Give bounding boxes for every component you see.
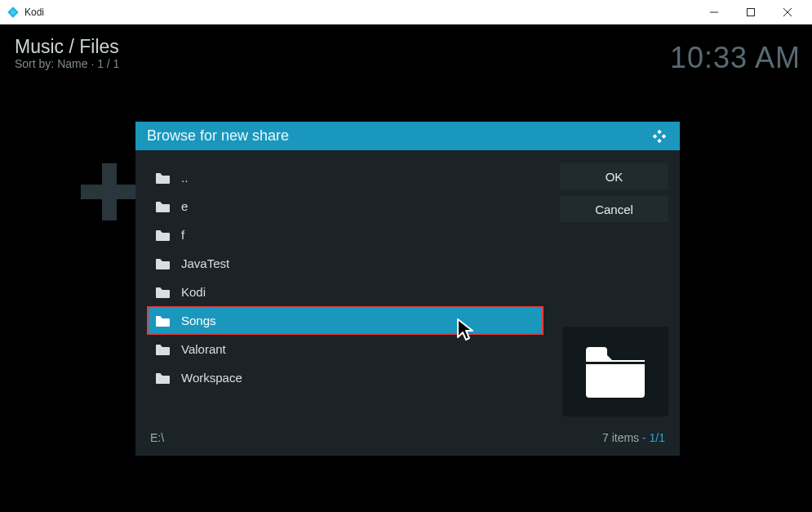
file-item[interactable]: JavaTest: [147, 249, 544, 278]
sort-line: Sort by: Name · 1 / 1: [15, 57, 119, 70]
folder-icon: [155, 344, 170, 355]
folder-icon: [155, 287, 170, 298]
folder-icon: [155, 372, 170, 384]
file-item-label: JavaTest: [181, 256, 229, 270]
file-item-label: Workspace: [181, 371, 242, 385]
folder-icon: [155, 315, 170, 327]
footer-separator: -: [639, 431, 649, 444]
svg-rect-0: [747, 8, 754, 16]
file-item[interactable]: Kodi: [147, 278, 544, 306]
file-item-label: ..: [181, 171, 188, 185]
file-item[interactable]: ..: [147, 163, 544, 192]
kodi-logo-icon: [650, 127, 668, 145]
footer-page: 1/1: [650, 431, 665, 444]
svg-rect-1: [586, 362, 645, 364]
window-titlebar: Kodi: [0, 0, 812, 24]
preview-panel: [562, 327, 668, 416]
folder-icon: [155, 201, 170, 212]
sort-separator: ·: [91, 57, 94, 70]
sort-label[interactable]: Sort by: Name: [15, 57, 87, 70]
dialog-footer: E:\ 7 items - 1/1: [135, 425, 680, 456]
window-title: Kodi: [24, 7, 44, 18]
page-indicator: 1 / 1: [97, 57, 119, 70]
dialog-header: Browse for new share: [135, 122, 680, 150]
add-source-icon[interactable]: [81, 163, 138, 220]
folder-icon: [155, 229, 170, 241]
window-maximize-button[interactable]: [732, 0, 769, 24]
window-close-button[interactable]: [769, 0, 805, 24]
file-item-label: e: [181, 199, 188, 213]
clock: 10:33 AM: [670, 41, 801, 75]
file-item-label: f: [181, 228, 184, 242]
file-item[interactable]: f: [147, 220, 544, 249]
file-item[interactable]: Workspace: [147, 363, 544, 392]
file-item-label: Songs: [181, 314, 216, 327]
browse-dialog: Browse for new share ..efJavaTestKodiSon…: [135, 122, 680, 456]
cancel-button[interactable]: Cancel: [560, 196, 668, 222]
file-list: ..efJavaTestKodiSongsValorantWorkspace: [147, 163, 544, 416]
kodi-logo-icon: [7, 6, 20, 19]
current-path: E:\: [150, 431, 164, 444]
breadcrumb: Music / Files: [15, 36, 119, 58]
file-item-label: Kodi: [181, 285, 206, 299]
item-count: 7 items: [602, 431, 639, 444]
window-minimize-button[interactable]: [695, 0, 732, 24]
file-item[interactable]: e: [147, 192, 544, 220]
folder-icon: [155, 258, 170, 269]
dialog-title: Browse for new share: [147, 127, 289, 145]
folder-icon: [155, 172, 170, 184]
folder-large-icon: [583, 345, 648, 398]
app-viewport: Music / Files Sort by: Name · 1 / 1 10:3…: [0, 24, 812, 512]
file-item[interactable]: Valorant: [147, 335, 544, 363]
file-item-label: Valorant: [181, 342, 226, 356]
file-item[interactable]: Songs: [147, 306, 544, 335]
ok-button[interactable]: OK: [560, 163, 668, 189]
